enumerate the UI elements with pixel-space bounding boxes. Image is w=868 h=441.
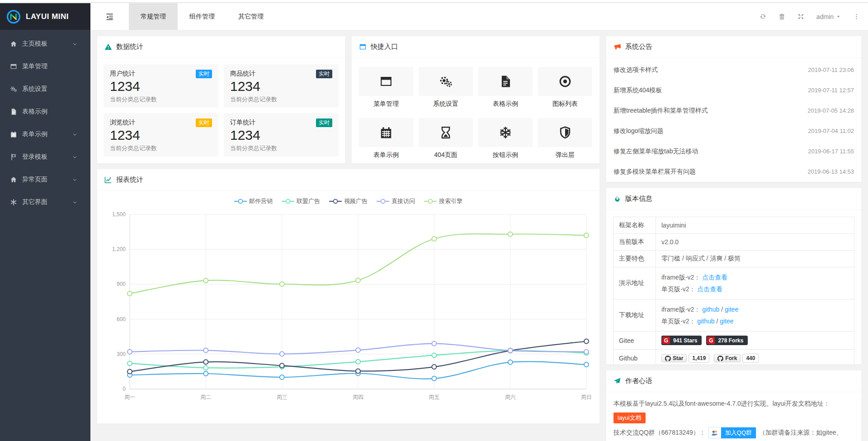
quick-entry-2[interactable]: 系统设置 <box>419 67 473 108</box>
gitee-badge[interactable]: G278 Forks <box>706 336 748 345</box>
tab-2[interactable]: 组件管理 <box>178 3 226 30</box>
join-qq-group-button[interactable]: 加入QQ群 <box>708 427 756 439</box>
quick-entry-label: 表格示例 <box>478 100 533 108</box>
quick-entry-iconbox <box>359 67 413 96</box>
quick-entry-6[interactable]: 404页面 <box>419 118 473 159</box>
version-link[interactable]: gitee <box>720 318 733 325</box>
legend-item-3[interactable]: 视频广告 <box>329 197 368 205</box>
stat-value: 1234 <box>110 79 212 94</box>
gears-icon <box>10 85 17 93</box>
refresh-icon <box>760 13 766 20</box>
version-link[interactable]: 点击查看 <box>702 274 727 281</box>
svg-text:0: 0 <box>123 386 126 392</box>
quick-entry-7[interactable]: 按钮示例 <box>478 118 533 159</box>
sidebar-item-label: 菜单管理 <box>22 62 47 71</box>
announcement-item-4[interactable]: 修改logo缩放问题2019-07-04 11:02 <box>613 121 854 141</box>
link-separator: / <box>719 306 725 313</box>
gitee-logo-icon: G <box>662 337 670 344</box>
announcement-title: 新增treetable插件和菜单管理样式 <box>613 107 712 115</box>
version-row-label: 框架名称 <box>613 217 656 234</box>
quick-entry-3[interactable]: 表格示例 <box>478 67 533 108</box>
fire-icon <box>613 195 621 203</box>
stat-sub-label: 当前分类总记录数 <box>110 95 212 104</box>
github-button-label: Fork <box>725 355 737 361</box>
legend-item-5[interactable]: 搜索引擎 <box>424 197 462 205</box>
gitee-badge[interactable]: G941 Stars <box>661 336 702 345</box>
sidebar-collapse-button[interactable] <box>90 3 129 30</box>
gitee-badge-count: 941 Stars <box>670 337 701 344</box>
announcement-item-2[interactable]: 新增系统404模板2019-07-11 12:57 <box>613 80 854 100</box>
stat-card-3: 浏览统计实时1234当前分类总记录数 <box>104 113 218 156</box>
line-chart-svg: 03006009001,2001,500周一周二周三周四周五周六周日 <box>104 207 593 410</box>
panel-quick-entry: 快捷入口 菜单管理系统设置表格示例图标列表表单示例404页面按钮示例弹出层 <box>351 36 600 164</box>
legend-label: 联盟广告 <box>297 197 320 205</box>
sidebar-item-2[interactable]: 菜单管理 <box>0 55 90 78</box>
version-link[interactable]: 点击查看 <box>697 285 722 293</box>
realtime-badge: 实时 <box>316 70 332 78</box>
gitee-logo-icon: G <box>707 337 715 344</box>
version-row-value: Star1,419Fork440 <box>656 350 854 365</box>
quick-entry-iconbox <box>478 118 533 147</box>
layui-logo-icon <box>6 9 21 24</box>
panel-report-chart: 报表统计 邮件营销联盟广告视频广告直接访问搜索引擎 03006009001,20… <box>97 169 600 424</box>
main-content: 数据统计 用户统计实时1234当前分类总记录数商品统计实时1234当前分类总记录… <box>90 30 868 441</box>
gitee-badge-count: 278 Forks <box>715 337 747 344</box>
announcement-item-5[interactable]: 修复左侧菜单缩放tab无法移动2019-06-17 11:55 <box>613 141 854 161</box>
announcement-item-6[interactable]: 修复多模块菜单栏展开有问题2019-06-13 14:53 <box>613 161 854 182</box>
tab-1[interactable]: 常规管理 <box>129 3 178 30</box>
gears-icon <box>439 75 453 88</box>
join-qq-label: 加入QQ群 <box>721 427 756 438</box>
sidebar-item-4[interactable]: 表格示例 <box>0 100 90 123</box>
username: admin <box>816 13 834 20</box>
announcement-title: 修改logo缩放问题 <box>613 127 668 135</box>
legend-marker-icon <box>282 199 294 204</box>
panel-quick-entry-header: 快捷入口 <box>352 36 599 58</box>
quick-entry-8[interactable]: 弹出层 <box>538 118 592 159</box>
bullhorn-icon <box>613 43 621 51</box>
panel-announcements-header: 系统公告 <box>606 36 861 58</box>
legend-item-1[interactable]: 邮件营销 <box>234 197 273 205</box>
quick-entry-iconbox <box>538 67 592 96</box>
sidebar-item-1[interactable]: 主页模板 <box>0 33 90 55</box>
github-count-badge[interactable]: 440 <box>742 354 759 363</box>
github-fork-button[interactable]: Fork <box>714 354 741 362</box>
sidebar-item-5[interactable]: 表单示例 <box>0 123 90 146</box>
legend-item-2[interactable]: 联盟广告 <box>282 197 320 205</box>
fullscreen-icon[interactable] <box>797 13 804 20</box>
panel-title: 系统公告 <box>625 43 652 51</box>
sidebar-item-6[interactable]: 登录模板 <box>0 146 90 168</box>
author-line2-pre: 技术交流QQ群（667813249）： <box>613 429 706 436</box>
github-count-badge[interactable]: 1,419 <box>689 354 709 363</box>
sidebar-item-7[interactable]: 异常页面 <box>0 168 90 191</box>
version-row-5: 下载地址iframe版-v2： github / gitee单页版-v2： gi… <box>613 299 854 332</box>
stat-card-4: 订单统计实时1234当前分类总记录数 <box>224 113 339 156</box>
more-menu-icon[interactable] <box>853 13 860 20</box>
home-icon <box>10 40 17 47</box>
svg-text:周二: 周二 <box>200 394 211 400</box>
tab-3[interactable]: 其它管理 <box>226 3 275 30</box>
clear-cache-icon[interactable] <box>778 13 785 20</box>
announcement-item-3[interactable]: 新增treetable插件和菜单管理样式2019-07-05 14:28 <box>613 100 854 121</box>
quick-entry-5[interactable]: 表单示例 <box>359 118 413 159</box>
app-logo[interactable]: LAYUI MINI <box>0 3 90 30</box>
version-link[interactable]: github <box>697 318 714 325</box>
announcement-item-1[interactable]: 修改选项卡样式2019-07-11 23:06 <box>613 60 854 80</box>
version-link[interactable]: github <box>702 306 719 313</box>
layui-doc-badge[interactable]: layui文档 <box>613 413 646 423</box>
stat-value: 1234 <box>110 128 212 143</box>
version-row-label: 演示地址 <box>613 267 656 299</box>
version-row-7: GithubStar1,419Fork440 <box>613 350 854 365</box>
sidebar-item-3[interactable]: 系统设置 <box>0 78 90 100</box>
sidebar-item-label: 主页模板 <box>22 40 47 48</box>
user-dropdown[interactable]: admin <box>816 13 841 20</box>
panel-title: 报表统计 <box>116 175 143 184</box>
github-star-button[interactable]: Star <box>661 354 687 362</box>
quick-entry-1[interactable]: 菜单管理 <box>359 67 413 108</box>
panel-report-header: 报表统计 <box>97 169 599 191</box>
quick-entry-4[interactable]: 图标列表 <box>538 67 592 108</box>
svg-text:周日: 周日 <box>581 394 592 400</box>
legend-item-4[interactable]: 直接访问 <box>377 197 415 205</box>
version-link[interactable]: gitee <box>725 306 738 313</box>
refresh-icon[interactable] <box>760 13 766 20</box>
sidebar-item-8[interactable]: 其它界面 <box>0 191 90 213</box>
